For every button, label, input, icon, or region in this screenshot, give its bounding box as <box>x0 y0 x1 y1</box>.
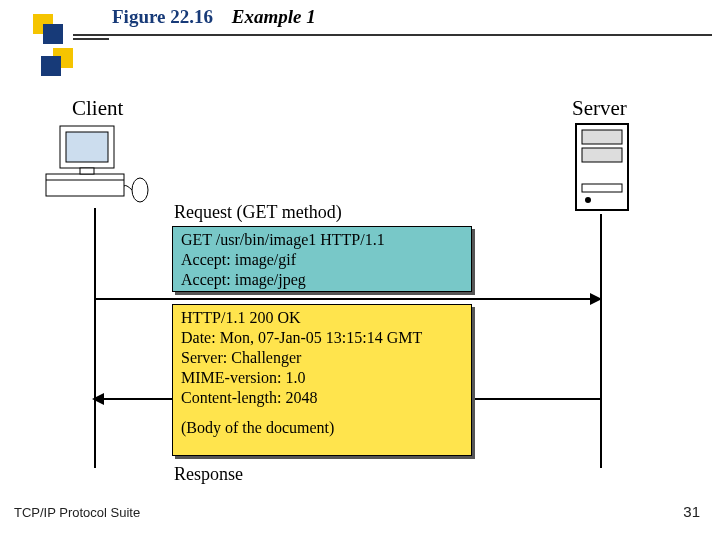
figure-caption: Example 1 <box>232 6 316 27</box>
request-header: Accept: image/jpeg <box>181 270 463 290</box>
server-lifeline <box>600 214 602 468</box>
request-arrow <box>94 298 600 300</box>
response-header: MIME-version: 1.0 <box>181 368 463 388</box>
server-label: Server <box>572 96 627 121</box>
status-line: HTTP/1.1 200 OK <box>181 308 463 328</box>
response-header: Server: Challenger <box>181 348 463 368</box>
svg-rect-7 <box>582 130 622 144</box>
request-label: Request (GET method) <box>174 202 342 223</box>
slide-header: Figure 22.16 Example 1 <box>28 4 712 58</box>
response-body-note: (Body of the document) <box>181 418 463 438</box>
svg-point-5 <box>132 178 148 202</box>
client-label: Client <box>72 96 123 121</box>
footer-text: TCP/IP Protocol Suite <box>14 505 140 520</box>
svg-point-10 <box>585 197 591 203</box>
http-request-box: GET /usr/bin/image1 HTTP/1.1 Accept: ima… <box>172 226 472 292</box>
response-header: Date: Mon, 07-Jan-05 13:15:14 GMT <box>181 328 463 348</box>
http-response-box: HTTP/1.1 200 OK Date: Mon, 07-Jan-05 13:… <box>172 304 472 456</box>
svg-rect-1 <box>66 132 108 162</box>
figure-number: Figure 22.16 <box>112 6 213 27</box>
response-header: Content-length: 2048 <box>181 388 463 408</box>
figure-title: Figure 22.16 Example 1 <box>112 6 316 28</box>
client-computer-icon <box>40 124 152 208</box>
request-line: GET /usr/bin/image1 HTTP/1.1 <box>181 230 463 250</box>
sequence-diagram: Client Server Request (GET method) GET /… <box>40 96 680 496</box>
header-decoration <box>33 4 73 72</box>
client-lifeline <box>94 208 96 468</box>
page-number: 31 <box>683 503 700 520</box>
request-header: Accept: image/gif <box>181 250 463 270</box>
svg-rect-4 <box>80 168 94 174</box>
svg-rect-8 <box>582 148 622 162</box>
response-label: Response <box>174 464 243 485</box>
server-tower-icon <box>570 120 634 214</box>
svg-rect-2 <box>46 174 124 196</box>
